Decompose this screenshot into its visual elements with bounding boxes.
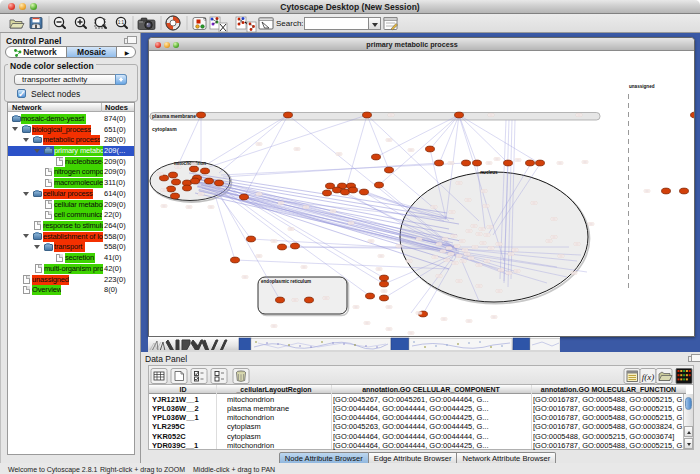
svg-text:plasma membrane: plasma membrane [152,113,196,119]
svg-text:f(x): f(x) [642,372,655,382]
svg-text:mitochondrion: mitochondrion [174,161,206,166]
svg-text:cytoplasm: cytoplasm [152,126,177,132]
svg-text:nucleus: nucleus [480,170,498,175]
svg-text:1:1: 1:1 [118,20,125,25]
svg-text:unassigned: unassigned [629,84,655,89]
